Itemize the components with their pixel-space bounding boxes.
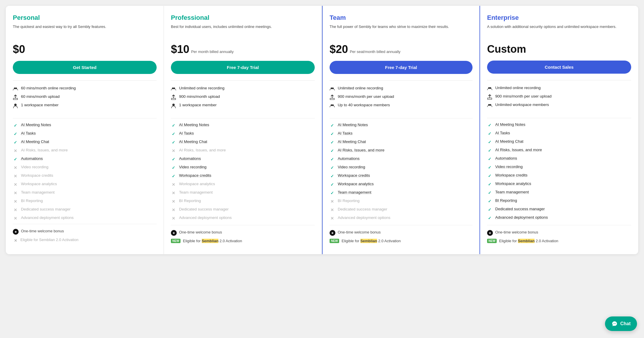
features-list-personal: ✓ AI Meeting Notes ✓ AI Tasks ✓ AI Meeti… [13,123,157,224]
cross-icon: ✕ [13,216,18,221]
check-icon: ✓ [330,123,335,128]
cross-icon: ✕ [330,207,335,213]
limit-text: 1 workspace member [21,103,59,107]
feature-text: Team management [21,190,55,194]
feature-text: Workspace analytics [179,182,215,186]
check-icon: ✓ [13,157,18,162]
check-icon: ✓ [330,165,335,170]
plan-desc-team: The full power of Sembly for teams who s… [330,24,473,38]
cross-icon: ✕ [13,190,18,196]
cross-icon: ✕ [171,190,176,196]
feature-text: Workspace analytics [495,181,531,186]
footer-row-new: NEW Eligible for Semblian 2.0 Activation [487,239,631,243]
footer-text: One-time welcome bonus [495,230,538,234]
feature-row: ✕ Advanced deployment options [330,215,473,221]
limits-section-professional: Unlimited online recording 900 mins/mont… [171,80,315,111]
feature-text: AI Meeting Notes [21,123,51,127]
semblian-highlight: Semblian [518,239,535,243]
check-icon: ✓ [171,174,176,179]
check-icon: ✓ [487,173,492,178]
check-icon: ✓ [330,131,335,137]
check-icon: ✓ [330,148,335,153]
divider [330,118,473,118]
feature-text: Automations [338,156,360,161]
footer-section-enterprise: ★ One-time welcome bonus NEW Eligible fo… [487,225,631,246]
check-icon: ✓ [330,174,335,179]
footer-text: One-time welcome bonus [338,230,381,234]
feature-text: Video recording [21,165,48,169]
check-icon: ✓ [171,140,176,145]
plan-price-professional: $10 Per month billed annually [171,43,315,56]
feature-row: ✓ Workspace credits [487,173,631,178]
cross-icon: ✕ [330,216,335,221]
features-list-team: ✓ AI Meeting Notes ✓ AI Tasks ✓ AI Meeti… [330,123,473,224]
cta-button-enterprise[interactable]: Contact Sales [487,61,631,74]
check-icon: ✓ [487,131,492,136]
feature-row: ✓ AI Tasks [171,131,315,137]
feature-text: Workspace credits [495,173,528,177]
limits-section-team: Unlimited online recording 900 mins/mont… [330,80,473,111]
limit-row: 900 mins/month upload [171,94,315,100]
cta-button-personal[interactable]: Get Started [13,61,157,74]
feature-row: ✕ Dedicated success manager [13,207,157,213]
semblian-highlight: Semblian [360,239,377,243]
limit-text: 900 mins/month per user upload [338,94,394,99]
plan-title-enterprise: Enterprise [487,14,631,22]
divider [171,118,315,118]
footer-row-star: ★ One-time welcome bonus [330,230,473,236]
feature-text: Workspace analytics [338,182,374,186]
limit-row: 1 workspace member [171,103,315,108]
limit-row: 60 mins/month online recording [13,86,157,91]
limit-icon-upload [487,94,492,100]
feature-text: Video recording [495,164,523,169]
cross-icon: ✕ [13,174,18,179]
limit-row: Unlimited workspace members [487,102,631,108]
limit-icon-upload [330,95,335,100]
feature-row: ✓ AI Meeting Notes [13,123,157,128]
feature-row: ✕ BI Reporting [330,199,473,204]
feature-text: Dedicated success manager [179,207,229,211]
check-icon: ✓ [487,139,492,145]
plan-col-team: Team The full power of Sembly for teams … [322,6,480,254]
check-icon: ✓ [330,182,335,187]
check-icon: ✓ [487,199,492,204]
feature-row: ✓ AI Meeting Chat [13,139,157,145]
feature-row: ✓ AI Meeting Chat [487,139,631,145]
feature-row: ✓ Video recording [487,164,631,170]
plan-price-personal: $0 [13,43,157,56]
cta-button-team[interactable]: Free 7-day Trial [330,61,473,74]
limit-icon-group [330,103,335,108]
feature-row: ✓ Automations [13,156,157,162]
svg-point-3 [14,104,17,106]
feature-text: Automations [495,156,517,160]
feature-text: Workspace credits [179,173,211,178]
check-icon: ✓ [487,165,492,170]
feature-text: BI Reporting [495,198,517,203]
cta-button-professional[interactable]: Free 7-day Trial [171,61,315,74]
feature-row: ✓ AI Meeting Notes [330,123,473,128]
limits-section-personal: 60 mins/month online recording 60 mins/m… [13,80,157,111]
limit-text: 1 workspace member [179,103,217,107]
footer-row-new: NEW Eligible for Semblian 2.0 Activation [171,239,315,243]
plan-title-team: Team [330,14,473,22]
svg-rect-10 [330,98,335,100]
feature-row: ✓ Video recording [171,165,315,170]
feature-text: Advanced deployment options [179,215,232,220]
feature-row: ✓ AI Tasks [330,131,473,137]
footer-row-star: ★ One-time welcome bonus [171,230,315,236]
footer-text: Eligible for Semblian 2.0 Activation [499,239,558,243]
feature-row: ✓ AI Tasks [13,131,157,137]
plan-col-personal: Personal The quickest and easiest way to… [6,6,164,254]
feature-text: Team management [179,190,213,194]
check-icon: ✓ [171,131,176,137]
limit-row: 900 mins/month per user upload [330,94,473,100]
feature-text: BI Reporting [179,199,201,203]
check-icon: ✓ [487,123,492,128]
cross-icon: ✕ [171,182,176,187]
check-icon: ✓ [487,215,492,221]
feature-text: Dedicated success manager [21,207,70,211]
feature-text: AI Risks, Issues, and more [495,148,542,152]
feature-text: AI Meeting Chat [21,139,49,144]
feature-row: ✕ Dedicated success manager [330,207,473,213]
limit-row: 1 workspace member [13,103,157,108]
